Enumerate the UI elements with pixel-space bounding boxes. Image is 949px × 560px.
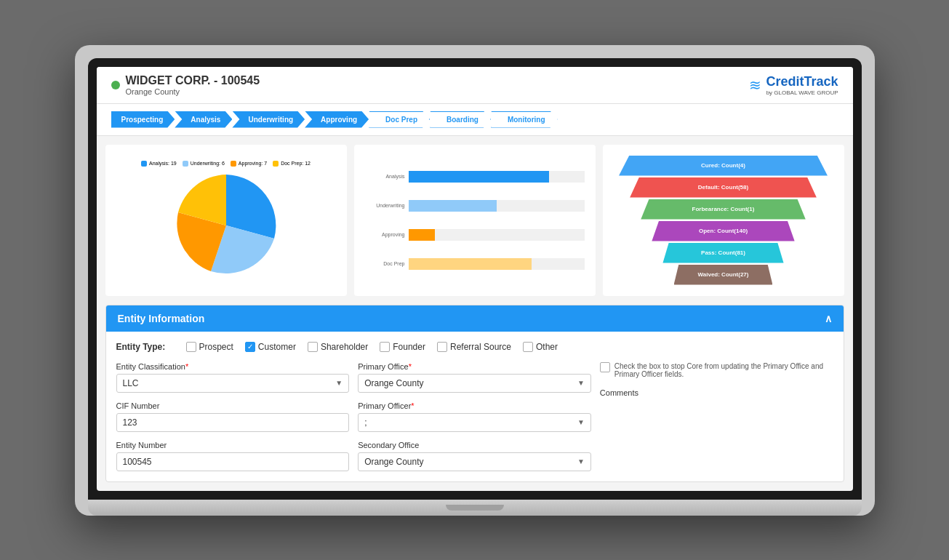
waves-icon: ≋	[749, 76, 761, 94]
comments-label: Comments	[600, 388, 833, 397]
checkbox-label-shareholder: Shareholder	[321, 342, 368, 352]
field-primary-office: Primary Office* Orange County ▼	[358, 362, 591, 393]
select-arrow-classification: ▼	[335, 379, 343, 387]
bar-row-analysis: Analysis	[365, 171, 585, 183]
step-boarding[interactable]: Boarding	[430, 111, 491, 128]
step-prospecting[interactable]: Prospecting	[111, 111, 175, 128]
bar-row-underwriting: Underwriting	[365, 200, 585, 212]
field-cif-number: CIF Number	[116, 401, 350, 432]
pie-legend: Analysis: 19 Underwriting: 6 Approving: …	[141, 161, 311, 167]
legend-approving: Approving: 7	[231, 161, 267, 167]
form-grid: Entity Classification* LLC ▼ CIF Number	[116, 362, 833, 471]
legend-underwriting: Underwriting: 6	[183, 161, 225, 167]
select-arrow-primary-officer: ▼	[577, 418, 585, 426]
step-monitoring[interactable]: Monitoring	[491, 111, 558, 128]
step-analysis[interactable]: Analysis	[175, 111, 232, 128]
bar-fill-docprep	[409, 258, 532, 270]
funnel-slice-cured: Cured: Count(4)	[619, 156, 828, 176]
select-entity-classification[interactable]: LLC ▼	[116, 374, 350, 393]
checkbox-box-prospect[interactable]	[186, 342, 196, 352]
screen-bezel: WIDGET CORP. - 100545 Orange County ≋ Cr…	[88, 58, 862, 500]
checkbox-box-other[interactable]	[523, 342, 533, 352]
collapse-icon[interactable]: ∧	[825, 313, 832, 324]
entity-header: Entity Information ∧	[106, 305, 844, 332]
checkbox-referral-source[interactable]: Referral Source	[437, 342, 511, 352]
bar-track-approving	[409, 229, 585, 241]
checkbox-founder[interactable]: Founder	[380, 342, 425, 352]
label-cif-number: CIF Number	[116, 401, 350, 410]
entity-type-label: Entity Type:	[116, 342, 175, 352]
screen: WIDGET CORP. - 100545 Orange County ≋ Cr…	[97, 67, 853, 491]
laptop-frame: WIDGET CORP. - 100545 Orange County ≋ Cr…	[75, 45, 875, 516]
company-subtitle: Orange County	[126, 87, 260, 96]
legend-docprep: Doc Prep: 12	[273, 161, 311, 167]
checkbox-label-customer: Customer	[258, 342, 296, 352]
select-primary-office[interactable]: Orange County ▼	[358, 374, 591, 393]
label-entity-number: Entity Number	[116, 441, 350, 449]
funnel-slice-default: Default: Count(58)	[630, 177, 817, 198]
bar-fill-underwriting	[409, 200, 497, 212]
laptop-notch	[446, 505, 504, 511]
step-underwriting[interactable]: Underwriting	[232, 111, 305, 128]
checkbox-customer[interactable]: ✓ Customer	[245, 342, 296, 352]
legend-analysis: Analysis: 19	[141, 161, 177, 167]
checkbox-label-prospect: Prospect	[199, 342, 233, 352]
company-info: WIDGET CORP. - 100545 Orange County	[111, 74, 260, 96]
input-entity-number[interactable]	[116, 452, 350, 471]
legend-dot-analysis	[141, 161, 147, 167]
checkbox-box-shareholder[interactable]	[308, 342, 318, 352]
checkbox-other[interactable]: Other	[523, 342, 558, 352]
bar-track-docprep	[409, 258, 585, 270]
checkbox-shareholder[interactable]: Shareholder	[308, 342, 368, 352]
bar-label-docprep: Doc Prep	[365, 261, 405, 266]
step-doc-prep[interactable]: Doc Prep	[369, 111, 430, 128]
select-primary-officer[interactable]: ; ▼	[358, 413, 591, 432]
field-entity-number: Entity Number	[116, 441, 350, 471]
bar-fill-analysis	[409, 171, 550, 183]
entity-section: Entity Information ∧ Entity Type: Prospe…	[105, 305, 844, 482]
charts-area: Analysis: 19 Underwriting: 6 Approving: …	[97, 136, 853, 305]
legend-dot-docprep	[273, 161, 279, 167]
bar-chart: Analysis Underwriting Appr	[361, 159, 588, 282]
label-primary-office: Primary Office*	[358, 362, 591, 371]
funnel-chart-box: Cured: Count(4) Default: Count(58) Forbe…	[603, 145, 844, 296]
checkbox-label-founder: Founder	[393, 342, 425, 352]
pie-chart-box: Analysis: 19 Underwriting: 6 Approving: …	[105, 145, 347, 296]
entity-type-row: Entity Type: Prospect ✓ Customer	[116, 342, 833, 352]
workflow-bar: Prospecting Analysis Underwriting Approv…	[97, 104, 853, 136]
funnel-slice-forbearance: Forbearance: Count(1)	[641, 199, 806, 220]
select-secondary-office[interactable]: Orange County ▼	[358, 452, 591, 471]
funnel-slice-pass: Pass: Count(81)	[662, 243, 783, 263]
field-primary-officer: Primary Officer* ; ▼	[358, 401, 591, 432]
bar-row-docprep: Doc Prep	[365, 258, 585, 270]
funnel-slice-waived: Waived: Count(27)	[674, 265, 773, 285]
entity-title: Entity Information	[118, 313, 205, 324]
checkbox-box-founder[interactable]	[380, 342, 390, 352]
legend-dot-underwriting	[183, 161, 188, 167]
step-approving[interactable]: Approving	[305, 111, 369, 128]
stop-core-text: Check the box to stop Core from updating…	[614, 362, 833, 378]
checkbox-label-other: Other	[536, 342, 558, 352]
checkbox-label-referral: Referral Source	[450, 342, 511, 352]
status-dot	[111, 81, 120, 89]
bar-row-approving: Approving	[365, 229, 585, 241]
label-entity-classification: Entity Classification*	[116, 362, 350, 371]
checkbox-box-referral[interactable]	[437, 342, 447, 352]
pie-chart	[172, 171, 281, 280]
bar-label-approving: Approving	[365, 232, 405, 237]
brand-name: CreditTrack	[766, 74, 838, 89]
label-primary-officer: Primary Officer*	[358, 401, 591, 410]
label-secondary-office: Secondary Office	[358, 441, 591, 449]
bar-track-analysis	[409, 171, 585, 183]
checkbox-box-customer[interactable]: ✓	[245, 342, 255, 352]
bar-track-underwriting	[409, 200, 585, 212]
checkbox-prospect[interactable]: Prospect	[186, 342, 233, 352]
field-secondary-office: Secondary Office Orange County ▼	[358, 441, 591, 471]
stop-core-checkbox[interactable]	[600, 362, 610, 372]
input-cif-number[interactable]	[116, 413, 350, 432]
select-arrow-primary-office: ▼	[577, 379, 585, 387]
stop-core-section: Check the box to stop Core from updating…	[600, 362, 833, 378]
bar-chart-box: Analysis Underwriting Appr	[354, 145, 596, 296]
field-entity-classification: Entity Classification* LLC ▼	[116, 362, 350, 393]
select-arrow-secondary-office: ▼	[577, 457, 585, 465]
